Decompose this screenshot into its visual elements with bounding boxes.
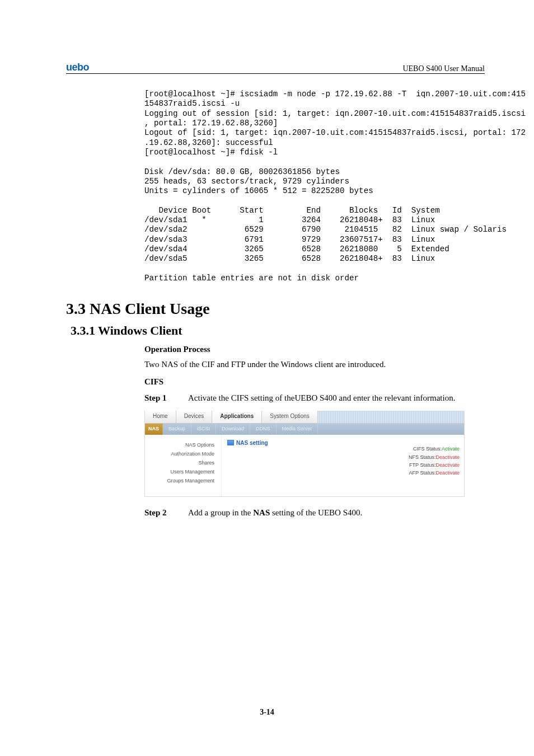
- panel-title: NAS setting: [227, 439, 373, 446]
- subtab-download[interactable]: Download: [216, 424, 250, 435]
- step-1-label: Step 1: [144, 393, 188, 403]
- step-1-text: Activate the CIFS setting of theUEBO S40…: [188, 393, 485, 403]
- page-number: 3-14: [0, 708, 534, 717]
- sub-tab-bar: NAS Backup iSCSI Download DDNS Media Ser…: [145, 424, 464, 435]
- status-panel: CIFS Status:Activate NFS Status:Deactiva…: [373, 435, 464, 496]
- sidenav-groups-mgmt[interactable]: Groups Management: [145, 476, 217, 485]
- tab-applications[interactable]: Applications: [212, 411, 262, 423]
- tab-devices[interactable]: Devices: [176, 411, 213, 423]
- nas-setting-icon: [227, 440, 234, 445]
- step-1: Step 1 Activate the CIFS setting of theU…: [144, 393, 485, 403]
- operation-process-heading: Operation Process: [144, 345, 485, 354]
- intro-text: Two NAS of the CIF and FTP under the Win…: [144, 360, 485, 369]
- panel-title-text: NAS setting: [236, 440, 268, 446]
- header-rule: [66, 73, 485, 74]
- step-2-label: Step 2: [144, 508, 188, 518]
- header-manual-title: UEBO S400 User Manual: [402, 64, 485, 73]
- embedded-screenshot: Home Devices Applications System Options…: [144, 411, 465, 497]
- subsection-heading: 3.3.1 Windows Client: [71, 323, 485, 338]
- subtab-ddns[interactable]: DDNS: [250, 424, 277, 435]
- subtab-nas[interactable]: NAS: [145, 424, 163, 435]
- tab-spacer: [318, 411, 464, 423]
- tab-home[interactable]: Home: [145, 411, 176, 423]
- sidenav-shares[interactable]: Shares: [145, 458, 217, 467]
- tab-system-options[interactable]: System Options: [262, 411, 318, 423]
- subtab-backup[interactable]: Backup: [163, 424, 191, 435]
- status-ftp: FTP Status:Deactivate: [376, 461, 460, 469]
- section-heading: 3.3 NAS Client Usage: [66, 300, 485, 318]
- subtab-media-server[interactable]: Media Server: [277, 424, 318, 435]
- terminal-output: [root@localhost ~]# iscsiadm -m node -p …: [144, 90, 485, 283]
- step-2: Step 2 Add a group in the NAS setting of…: [144, 508, 485, 518]
- cifs-heading: CIFS: [144, 377, 485, 387]
- subtab-iscsi[interactable]: iSCSI: [191, 424, 216, 435]
- sidenav-users-mgmt[interactable]: Users Management: [145, 467, 217, 476]
- step-2-text: Add a group in the NAS setting of the UE…: [188, 508, 485, 518]
- sidenav-nas-options[interactable]: NAS Options: [145, 440, 217, 449]
- status-cifs: CIFS Status:Activate: [376, 445, 460, 453]
- side-nav: NAS Options Authorization Mode Shares Us…: [145, 435, 222, 496]
- status-afp: AFP Status:Deactivate: [376, 469, 460, 477]
- sidenav-auth-mode[interactable]: Authorization Mode: [145, 449, 217, 458]
- brand-logo: uebo: [66, 62, 89, 73]
- status-nfs: NFS Status:Deactivate: [376, 453, 460, 461]
- main-tab-bar: Home Devices Applications System Options: [145, 411, 464, 424]
